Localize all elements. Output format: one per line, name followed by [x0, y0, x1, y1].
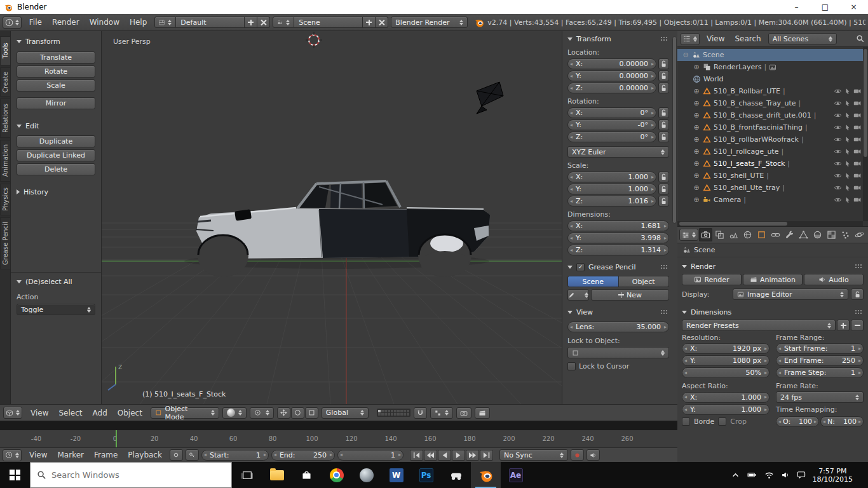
eye-icon[interactable] — [834, 123, 842, 132]
menu-item[interactable]: Frame — [89, 451, 123, 459]
tab-render-layers[interactable] — [713, 228, 726, 241]
menu-item[interactable]: Help — [125, 18, 152, 27]
play-reverse-button[interactable] — [438, 450, 451, 461]
camera-icon[interactable] — [853, 99, 862, 107]
battery-icon[interactable] — [747, 471, 757, 479]
rotation-mode-dropdown[interactable]: XYZ Euler — [567, 146, 669, 158]
remap-old-field[interactable]: O:100 — [776, 416, 819, 427]
current-frame-field[interactable]: 1 — [337, 450, 403, 461]
scene-browse-button[interactable] — [273, 17, 294, 28]
border-checkbox[interactable] — [682, 417, 690, 426]
camera-icon[interactable] — [853, 159, 862, 168]
next-keyframe-button[interactable] — [466, 450, 479, 461]
render-still-button[interactable]: Render — [682, 274, 742, 285]
action-dropdown[interactable]: Toggle — [17, 304, 95, 315]
screen-layout-name[interactable]: Default — [176, 17, 245, 28]
number-field[interactable]: X:1.000 — [567, 172, 656, 182]
tab-render[interactable] — [699, 228, 712, 241]
render-animation-button[interactable]: Animation — [743, 274, 803, 285]
action-center-icon[interactable] — [797, 471, 806, 479]
mode-dropdown[interactable]: Object Mode — [151, 407, 219, 419]
blender-taskbar-button[interactable] — [471, 462, 501, 488]
outliner-camera-row[interactable]: Camera — [677, 194, 868, 206]
resolution-y-field[interactable]: Y:1080 px — [682, 355, 770, 366]
pointer-icon[interactable] — [844, 136, 851, 144]
number-field[interactable]: X:1.681 — [567, 220, 669, 231]
tab-object-data[interactable] — [797, 228, 810, 241]
jump-end-button[interactable] — [480, 450, 493, 461]
render-engine-dropdown[interactable]: Blender Render — [391, 17, 468, 28]
add-scene-button[interactable] — [363, 17, 376, 28]
edit-panel-header[interactable]: Edit — [17, 119, 95, 132]
toolshelf-tab[interactable]: Tools — [0, 36, 11, 65]
menu-item[interactable]: Select — [53, 409, 87, 417]
menu-item[interactable]: Render — [47, 18, 85, 27]
tab-physics[interactable] — [853, 228, 866, 241]
audio-scrub-button[interactable] — [587, 449, 600, 461]
aspect-y-field[interactable]: Y:1.000 — [682, 404, 770, 415]
tab-world[interactable] — [741, 228, 754, 241]
tool-button[interactable]: Duplicate — [17, 135, 95, 147]
panel-drag-dots-icon[interactable] — [855, 264, 862, 269]
aftereffects-button[interactable]: Ae — [501, 462, 531, 488]
snap-toggle-button[interactable] — [414, 407, 427, 419]
volume-icon[interactable] — [781, 471, 790, 479]
pointer-icon[interactable] — [844, 172, 851, 180]
tool-button[interactable]: Rotate — [17, 65, 95, 78]
manipulator-translate-button[interactable] — [277, 407, 290, 419]
number-field[interactable]: X:0° — [567, 107, 656, 118]
editor-type-button-properties[interactable] — [679, 229, 698, 241]
toolshelf-tab[interactable]: Create — [0, 67, 11, 97]
toolshelf-tab[interactable]: Animation — [0, 140, 11, 182]
outliner-object-row[interactable]: 510_B_frontFasciniaThing — [677, 121, 868, 133]
prev-keyframe-button[interactable] — [424, 450, 437, 461]
collapse-icon[interactable] — [682, 51, 689, 59]
scene-name[interactable]: Scene — [294, 17, 363, 28]
dimensions-panel-header[interactable]: Dimensions — [682, 306, 864, 318]
eye-icon[interactable] — [834, 87, 842, 95]
tab-object[interactable] — [755, 228, 768, 241]
layers-widget[interactable] — [377, 409, 410, 417]
expand-icon[interactable] — [693, 111, 700, 119]
pointer-icon[interactable] — [844, 160, 851, 168]
outliner-world-row[interactable]: World — [677, 73, 868, 85]
lock-toggle[interactable] — [658, 196, 669, 207]
remap-new-field[interactable]: N:100 — [820, 416, 864, 427]
editor-type-button-info[interactable] — [3, 17, 22, 29]
expand-icon[interactable] — [693, 135, 700, 144]
pointer-icon[interactable] — [844, 88, 851, 95]
tray-expand-icon[interactable] — [731, 471, 740, 479]
eye-icon[interactable] — [834, 147, 842, 156]
tool-button[interactable]: Translate — [17, 51, 95, 64]
shading-dropdown[interactable] — [222, 407, 247, 419]
panel-drag-dots-icon[interactable] — [660, 309, 668, 315]
maximize-button[interactable]: □ — [811, 0, 839, 14]
taskbar-search[interactable] — [30, 462, 232, 488]
chrome-button[interactable] — [322, 462, 351, 488]
manipulator-rotate-button[interactable] — [291, 407, 304, 419]
menu-item[interactable]: View — [24, 451, 52, 459]
camera-icon[interactable] — [853, 196, 862, 204]
outliner-object-row[interactable]: 510_B_rollbarWRoofrack — [677, 133, 868, 146]
snap-element-dropdown[interactable] — [430, 407, 453, 419]
aspect-x-field[interactable]: X:1.000 — [682, 392, 770, 403]
breadcrumb-context[interactable]: Scene — [694, 246, 715, 254]
render-audio-button[interactable]: Audio — [804, 274, 864, 285]
fps-dropdown[interactable]: 24 fps — [776, 391, 864, 403]
number-field[interactable]: Y:3.998 — [567, 233, 669, 243]
steam-button[interactable] — [351, 462, 381, 488]
outliner-renderlayers-row[interactable]: RenderLayers — [677, 61, 868, 73]
menu-item[interactable]: Search — [729, 34, 766, 43]
menu-item[interactable]: Window — [85, 18, 125, 27]
redo-panel-header[interactable]: (De)select All — [17, 275, 95, 288]
render-presets-dropdown[interactable]: Render Presets — [682, 320, 836, 331]
number-field[interactable]: Z:0.00000 — [567, 83, 656, 93]
viewport-canvas[interactable]: Z — [102, 31, 562, 404]
editor-type-button-timeline[interactable] — [3, 449, 22, 461]
expand-icon[interactable] — [693, 172, 700, 180]
file-explorer-button[interactable] — [262, 462, 292, 488]
lock-toggle[interactable] — [658, 107, 669, 118]
camera-icon[interactable] — [853, 172, 862, 180]
search-input[interactable] — [51, 470, 225, 480]
transform-panel-header[interactable]: Transform — [567, 32, 669, 45]
